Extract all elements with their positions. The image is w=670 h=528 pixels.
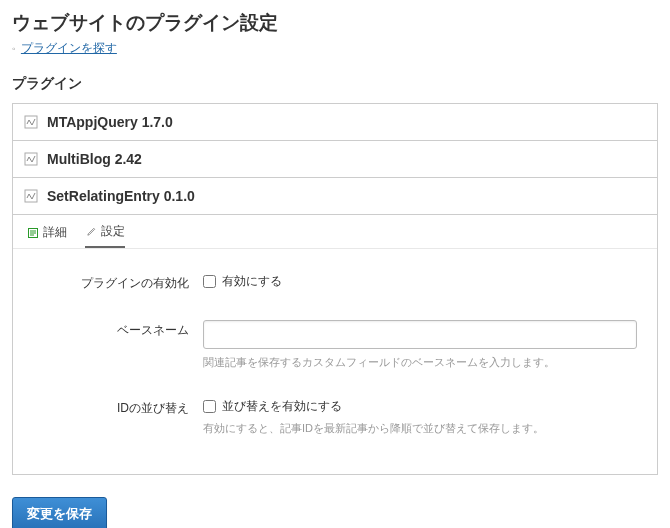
svg-rect-1 (25, 153, 37, 165)
tab-detail[interactable]: 詳細 (27, 223, 67, 248)
plugin-name: MTAppjQuery 1.7.0 (47, 114, 173, 130)
plugin-row[interactable]: SetRelatingEntry 0.1.0 (12, 178, 658, 215)
save-button[interactable]: 変更を保存 (12, 497, 107, 528)
plugin-list: MTAppjQuery 1.7.0 MultiBlog 2.42 SetRela… (12, 103, 658, 475)
plugin-row[interactable]: MTAppjQuery 1.7.0 (12, 104, 658, 141)
reorder-checkbox-text: 並び替えを有効にする (222, 398, 342, 415)
enable-checkbox-label[interactable]: 有効にする (203, 273, 637, 290)
detail-icon (27, 227, 39, 239)
reorder-checkbox[interactable] (203, 400, 216, 413)
bullet-icon: ◦ (12, 43, 16, 54)
form-label-enable: プラグインの有効化 (33, 273, 203, 292)
basename-input[interactable] (203, 320, 637, 349)
form-row-basename: ベースネーム 関連記事を保存するカスタムフィールドのベースネームを入力します。 (33, 320, 637, 370)
actions: 変更を保存 (12, 497, 658, 528)
svg-rect-2 (25, 190, 37, 202)
plugin-icon (23, 114, 39, 130)
search-link-row: ◦ プラグインを探す (12, 40, 658, 57)
tabs: 詳細 設定 (13, 215, 657, 249)
plugin-name: SetRelatingEntry 0.1.0 (47, 188, 195, 204)
plugin-icon (23, 151, 39, 167)
plugin-panel: 詳細 設定 プラグインの有効化 有効にする ベースネー (12, 215, 658, 475)
reorder-help: 有効にすると、記事IDを最新記事から降順で並び替えて保存します。 (203, 421, 637, 436)
form-row-enable: プラグインの有効化 有効にする (33, 273, 637, 292)
tab-label: 設定 (101, 223, 125, 240)
search-plugins-link[interactable]: プラグインを探す (21, 41, 117, 55)
plugin-row[interactable]: MultiBlog 2.42 (12, 141, 658, 178)
settings-icon (85, 226, 97, 238)
reorder-checkbox-label[interactable]: 並び替えを有効にする (203, 398, 637, 415)
basename-help: 関連記事を保存するカスタムフィールドのベースネームを入力します。 (203, 355, 637, 370)
enable-checkbox[interactable] (203, 275, 216, 288)
form-row-reorder: IDの並び替え 並び替えを有効にする 有効にすると、記事IDを最新記事から降順で… (33, 398, 637, 436)
form-label-reorder: IDの並び替え (33, 398, 203, 417)
enable-checkbox-text: 有効にする (222, 273, 282, 290)
plugin-icon (23, 188, 39, 204)
tab-label: 詳細 (43, 224, 67, 241)
page-title: ウェブサイトのプラグイン設定 (12, 10, 658, 36)
plugin-name: MultiBlog 2.42 (47, 151, 142, 167)
form-label-basename: ベースネーム (33, 320, 203, 339)
section-title-plugins: プラグイン (12, 75, 658, 93)
svg-rect-0 (25, 116, 37, 128)
form-area: プラグインの有効化 有効にする ベースネーム 関連記事を保存するカスタムフィール… (13, 249, 657, 474)
tab-settings[interactable]: 設定 (85, 223, 125, 248)
